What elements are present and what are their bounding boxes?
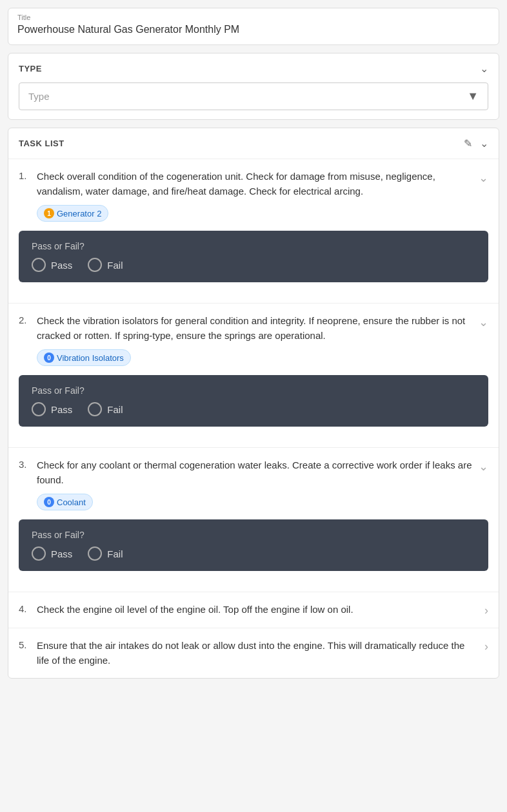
pass-radio-circle-1: [32, 258, 46, 272]
task-number-3: 3.: [19, 459, 32, 470]
task-text-4: Check the engine oil level of the engine…: [37, 603, 479, 617]
task-number-text-4: 4. Check the engine oil level of the eng…: [19, 603, 479, 617]
pass-fail-panel-2: Pass or Fail? Pass Fail: [19, 375, 488, 427]
tag-coolant[interactable]: 0 Coolant: [37, 494, 93, 510]
type-section: TYPE ⌄ Type ▼: [8, 53, 499, 120]
fail-radio-2[interactable]: Fail: [88, 402, 123, 416]
pass-radio-circle-3: [32, 546, 46, 561]
task-text-5: Ensure that the air intakes do not leak …: [37, 639, 479, 668]
title-label: Title: [17, 14, 490, 21]
tag-label-generator2: Generator 2: [57, 209, 101, 218]
tag-container-3: 0 Coolant: [37, 494, 488, 510]
tag-icon-vibration: 0: [44, 353, 54, 363]
pass-radio-3[interactable]: Pass: [32, 546, 72, 561]
pass-fail-label-3: Pass or Fail?: [32, 530, 475, 540]
fail-radio-circle-2: [88, 402, 102, 416]
task-row-5: 5. Ensure that the air intakes do not le…: [19, 639, 488, 668]
pass-fail-options-1: Pass Fail: [32, 258, 475, 272]
task-item-1: 1. Check overall condition of the cogene…: [8, 159, 499, 304]
fail-radio-label-3: Fail: [107, 548, 123, 559]
task-row-3: 3. Check for any coolant or thermal coge…: [19, 458, 488, 487]
tag-icon-coolant: 0: [44, 497, 54, 507]
tag-container-2: 0 Vibration Isolators: [37, 349, 488, 366]
type-dropdown-label: Type: [28, 91, 50, 102]
edit-icon[interactable]: ✎: [464, 137, 472, 150]
task-chevron-1[interactable]: ⌄: [479, 171, 488, 185]
fail-radio-1[interactable]: Fail: [88, 258, 123, 272]
pass-fail-options-2: Pass Fail: [32, 402, 475, 416]
task-chevron-3[interactable]: ⌄: [479, 459, 488, 474]
tag-label-vibration: Vibration Isolators: [57, 353, 124, 363]
pass-radio-label-1: Pass: [51, 260, 72, 271]
type-header-row: TYPE ⌄: [19, 63, 488, 75]
tasklist-chevron-icon[interactable]: ⌄: [480, 137, 488, 150]
task-row-1: 1. Check overall condition of the cogene…: [19, 169, 488, 198]
task-number-1: 1.: [19, 170, 32, 181]
task-item-5: 5. Ensure that the air intakes do not le…: [8, 628, 499, 678]
task-text-3: Check for any coolant or thermal cogener…: [37, 458, 473, 487]
pass-radio-2[interactable]: Pass: [32, 402, 72, 416]
tag-container-1: 1 Generator 2: [37, 205, 488, 222]
tasklist-icons: ✎ ⌄: [464, 137, 488, 150]
pass-fail-panel-1: Pass or Fail? Pass Fail: [19, 231, 488, 282]
task-row-4: 4. Check the engine oil level of the eng…: [19, 603, 488, 617]
page-container: Title Powerhouse Natural Gas Generator M…: [0, 0, 507, 694]
tasklist-section: TASK LIST ✎ ⌄ 1. Check overall condition…: [8, 128, 499, 679]
task-item-4: 4. Check the engine oil level of the eng…: [8, 592, 499, 628]
type-dropdown[interactable]: Type ▼: [19, 82, 488, 110]
task-chevron-4[interactable]: ›: [484, 604, 488, 617]
pass-radio-1[interactable]: Pass: [32, 258, 72, 272]
tag-label-coolant: Coolant: [57, 498, 86, 507]
task-item-2: 2. Check the vibration isolators for gen…: [8, 304, 499, 448]
task-number-text-5: 5. Ensure that the air intakes do not le…: [19, 639, 479, 668]
task-number-4: 4.: [19, 603, 32, 614]
task-chevron-2[interactable]: ⌄: [479, 315, 488, 329]
tag-icon-generator2: 1: [44, 208, 54, 218]
tasklist-header: TASK LIST ✎ ⌄: [8, 128, 499, 159]
pass-radio-label-2: Pass: [51, 404, 72, 415]
pass-fail-label-2: Pass or Fail?: [32, 385, 475, 396]
task-text-2: Check the vibration isolators for genera…: [37, 314, 473, 343]
pass-radio-circle-2: [32, 402, 46, 416]
task-item-3: 3. Check for any coolant or thermal coge…: [8, 448, 499, 592]
task-number-2: 2.: [19, 314, 32, 325]
type-chevron-icon[interactable]: ⌄: [480, 63, 488, 75]
type-heading: TYPE: [19, 64, 42, 73]
fail-radio-3[interactable]: Fail: [88, 546, 123, 561]
fail-radio-label-1: Fail: [107, 260, 123, 271]
pass-fail-panel-3: Pass or Fail? Pass Fail: [19, 519, 488, 571]
title-value: Powerhouse Natural Gas Generator Monthly…: [17, 24, 490, 35]
pass-radio-label-3: Pass: [51, 548, 72, 559]
tasklist-heading: TASK LIST: [19, 139, 65, 148]
task-number-5: 5.: [19, 639, 32, 650]
task-number-text-3: 3. Check for any coolant or thermal coge…: [19, 458, 473, 487]
task-text-1: Check overall condition of the cogenerat…: [37, 169, 473, 198]
pass-fail-options-3: Pass Fail: [32, 546, 475, 561]
pass-fail-label-1: Pass or Fail?: [32, 241, 475, 251]
task-number-text-2: 2. Check the vibration isolators for gen…: [19, 314, 473, 343]
title-section: Title Powerhouse Natural Gas Generator M…: [8, 8, 499, 45]
dropdown-arrow-icon: ▼: [467, 90, 479, 103]
fail-radio-circle-1: [88, 258, 102, 272]
tag-vibration[interactable]: 0 Vibration Isolators: [37, 349, 131, 366]
task-number-text-1: 1. Check overall condition of the cogene…: [19, 169, 473, 198]
fail-radio-circle-3: [88, 546, 102, 561]
tag-generator2[interactable]: 1 Generator 2: [37, 205, 108, 222]
task-row-2: 2. Check the vibration isolators for gen…: [19, 314, 488, 343]
task-chevron-5[interactable]: ›: [484, 640, 488, 653]
fail-radio-label-2: Fail: [107, 404, 123, 415]
